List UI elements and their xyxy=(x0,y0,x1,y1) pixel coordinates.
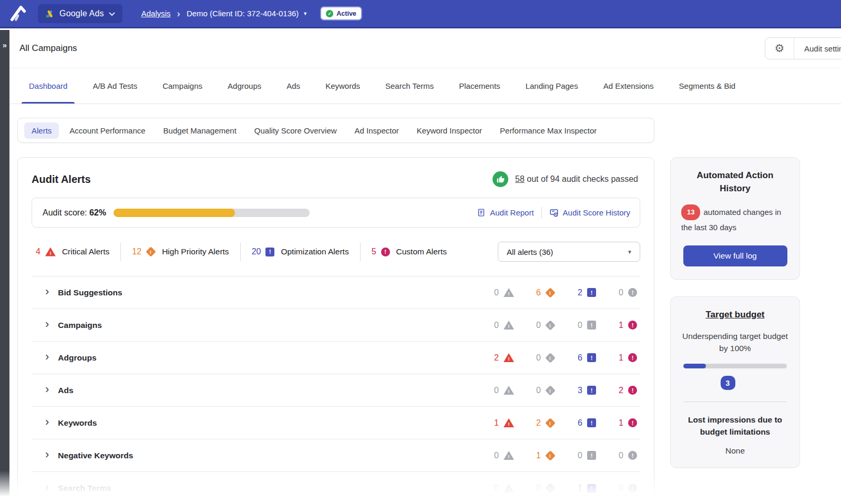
target-budget-panel: Target budget Underspending target budge… xyxy=(670,296,800,468)
subtab-alerts[interactable]: Alerts xyxy=(24,122,59,139)
tab-ad-extensions[interactable]: Ad Extensions xyxy=(603,68,654,104)
status-badge[interactable]: ✓ Active xyxy=(320,6,362,20)
alert-row-adgroups[interactable]: › Adgroups 2! 0! 6! 1! xyxy=(32,342,640,374)
critical-alert-icon: ! xyxy=(504,451,514,460)
expand-sidebar-icon[interactable]: » xyxy=(0,40,9,49)
optimization-alert-icon: ! xyxy=(587,386,596,395)
page: Google Ads Adalysis › Demo (Client ID: 3… xyxy=(0,0,841,504)
high-priority-alert-icon: ! xyxy=(545,320,556,331)
automated-action-history-panel: Automated Action History 13automated cha… xyxy=(670,157,800,280)
alerts-filter-value: All alerts (36) xyxy=(507,248,553,256)
custom-count: 0! xyxy=(596,451,637,460)
optimization-alert-icon: ! xyxy=(265,248,274,256)
audit-score-box: Audit score: 62% Audit Report xyxy=(32,198,640,228)
chevron-right-icon: › xyxy=(45,351,49,363)
custom-alert-icon: ! xyxy=(628,451,637,460)
subtab-account-performance[interactable]: Account Performance xyxy=(62,122,152,139)
optimization-alert-icon: ! xyxy=(587,321,596,330)
chevron-right-icon: › xyxy=(45,318,49,330)
subtab-ad-inspector[interactable]: Ad Inspector xyxy=(347,122,406,139)
checks-passed-count-link[interactable]: 58 xyxy=(515,174,525,183)
tab-landing-pages[interactable]: Landing Pages xyxy=(526,68,578,104)
checks-passed-text: 58 out of 94 audit checks passed xyxy=(515,174,638,184)
tab-bar: Dashboard A/B Ad Tests Campaigns Adgroup… xyxy=(9,68,841,104)
target-budget-link[interactable]: Target budget xyxy=(681,308,789,322)
alert-row-label: Adgroups xyxy=(58,353,96,363)
alert-row-ads[interactable]: › Ads 0! 0! 3! 2! xyxy=(32,374,640,407)
topbar: Google Ads Adalysis › Demo (Client ID: 3… xyxy=(0,0,841,28)
tab-adgroups[interactable]: Adgroups xyxy=(228,68,261,104)
optimization-alert-icon: ! xyxy=(587,484,596,493)
tab-search-terms[interactable]: Search Terms xyxy=(385,68,434,104)
alert-summary: 4 ! Critical Alerts 12 ! High Priority A… xyxy=(32,241,640,262)
optimization-alert-icon: ! xyxy=(587,418,596,427)
tab-ads[interactable]: Ads xyxy=(286,68,300,104)
custom-count: 1! xyxy=(596,418,637,428)
audit-score-history-link[interactable]: Audit Score History xyxy=(549,208,630,218)
subtab-keyword-inspector[interactable]: Keyword Inspector xyxy=(409,122,489,139)
critical-alert-icon: ! xyxy=(504,386,514,395)
optimization-count: 3! xyxy=(555,386,596,395)
alerts-filter-dropdown[interactable]: All alerts (36) ▼ xyxy=(498,242,640,262)
panel-title: Automated Action History xyxy=(681,169,789,195)
audit-settings-button[interactable]: Audit settings xyxy=(794,38,841,59)
optimization-count: 6! xyxy=(555,418,596,428)
high-priority-alert-icon: ! xyxy=(545,385,556,396)
history-card-icon xyxy=(549,208,559,218)
audit-alerts-card: Audit Alerts 58 out of 94 audit checks p… xyxy=(17,157,654,504)
audit-score-value: 62% xyxy=(89,208,106,217)
lost-impressions-value: None xyxy=(681,446,789,456)
target-budget-progressbar xyxy=(683,364,787,368)
chevron-right-icon: › xyxy=(45,482,49,493)
critical-alert-icon: ! xyxy=(504,288,514,297)
tab-placements[interactable]: Placements xyxy=(459,68,500,104)
high-priority-count: 0! xyxy=(514,386,555,395)
status-badge-label: Active xyxy=(336,10,356,17)
document-icon xyxy=(477,208,486,217)
optimization-alerts-summary[interactable]: 20 ! Optimization Alerts xyxy=(252,247,349,256)
target-budget-progress-fill xyxy=(683,364,706,368)
optimization-count: 0! xyxy=(555,451,596,460)
subtab-quality-score-overview[interactable]: Quality Score Overview xyxy=(247,122,344,139)
check-circle-icon: ✓ xyxy=(326,10,333,17)
custom-alert-icon: ! xyxy=(628,418,637,427)
google-ads-label: Google Ads xyxy=(59,9,104,18)
high-priority-alerts-summary[interactable]: 12 ! High Priority Alerts xyxy=(132,247,229,256)
tab-dashboard[interactable]: Dashboard xyxy=(29,68,67,104)
tab-segments-bid[interactable]: Segments & Bid xyxy=(679,68,736,104)
high-priority-count: 6! xyxy=(514,288,555,297)
view-full-log-button[interactable]: View full log xyxy=(683,245,787,266)
breadcrumb-adalysis-link[interactable]: Adalysis xyxy=(141,9,171,18)
gear-icon[interactable]: ⚙ xyxy=(765,38,794,59)
page-title: All Campaigns xyxy=(19,43,77,54)
automated-changes-text: 13automated changes in the last 30 days xyxy=(681,204,789,235)
alert-row-bid-suggestions[interactable]: › Bid Suggestions 0! 6! 2! 0! xyxy=(32,276,640,309)
alert-row-label: Keywords xyxy=(58,418,97,428)
optimization-alert-icon: ! xyxy=(587,451,596,460)
alert-row-campaigns[interactable]: › Campaigns 0! 0! 0! 1! xyxy=(32,309,640,342)
audit-score-label: Audit score: 62% xyxy=(43,208,106,218)
divider xyxy=(541,207,542,219)
alert-row-label: Bid Suggestions xyxy=(58,288,122,297)
account-selector[interactable]: Demo (Client ID: 372-404-0136) ▼ xyxy=(187,9,307,18)
caret-down-icon: ▼ xyxy=(303,11,307,16)
audit-report-link[interactable]: Audit Report xyxy=(477,208,534,217)
critical-alerts-summary[interactable]: 4 ! Critical Alerts xyxy=(36,247,109,256)
card-title: Audit Alerts xyxy=(32,173,91,186)
tab-keywords[interactable]: Keywords xyxy=(325,68,360,104)
custom-alerts-summary[interactable]: 5 ! Custom Alerts xyxy=(372,247,447,256)
subtab-performance-max-inspector[interactable]: Performance Max Inspector xyxy=(493,122,604,139)
alert-row-search-terms[interactable]: › Search Terms 0! 0! 1! 0! xyxy=(32,472,640,504)
tab-ab-ad-tests[interactable]: A/B Ad Tests xyxy=(93,68,137,104)
custom-count: 0! xyxy=(596,288,637,297)
alert-row-negative-keywords[interactable]: › Negative Keywords 0! 1! 0! 0! xyxy=(32,439,640,472)
high-priority-alert-icon: ! xyxy=(545,483,556,493)
tab-campaigns[interactable]: Campaigns xyxy=(162,68,202,104)
settings-button-group: ⚙ Audit settings xyxy=(765,37,841,59)
adalysis-logo-icon[interactable] xyxy=(7,4,30,23)
google-ads-logo-icon xyxy=(45,9,55,18)
google-ads-selector[interactable]: Google Ads xyxy=(38,4,122,23)
left-rail: » xyxy=(0,30,9,504)
subtab-budget-management[interactable]: Budget Management xyxy=(156,122,244,139)
alert-row-keywords[interactable]: › Keywords 1! 2! 6! 1! xyxy=(32,407,640,439)
